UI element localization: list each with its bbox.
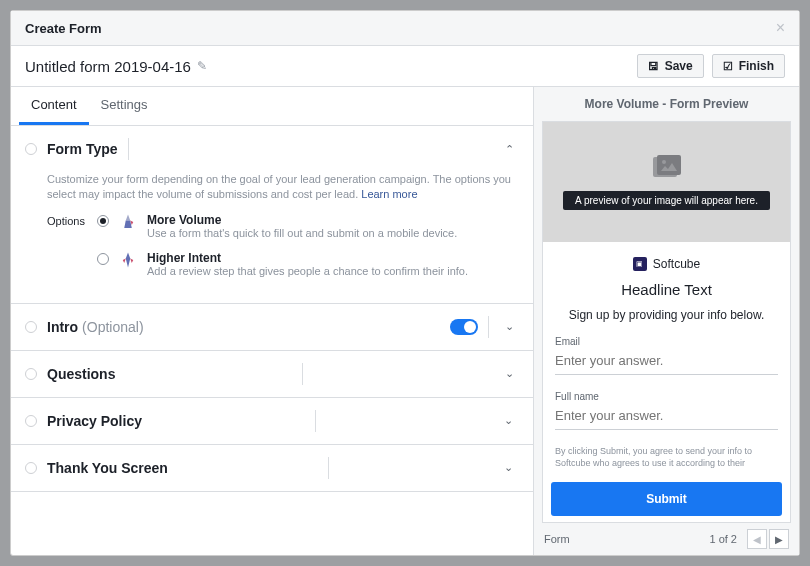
fullname-label: Full name — [555, 391, 778, 402]
email-field[interactable] — [555, 349, 778, 375]
chevron-down-icon[interactable]: ⌄ — [499, 414, 519, 427]
preview-subline: Sign up by providing your info below. — [555, 308, 778, 322]
brand-logo-icon: ▣ — [633, 257, 647, 271]
form-preview[interactable]: A preview of your image will appear here… — [542, 121, 791, 523]
tab-content[interactable]: Content — [19, 87, 89, 125]
pager-label: Form — [544, 533, 570, 545]
save-icon: 🖫 — [648, 60, 659, 72]
modal-title: Create Form — [25, 21, 102, 36]
section-questions: Questions ⌄ — [11, 351, 533, 398]
image-placeholder-icon — [653, 155, 681, 177]
preview-banner: A preview of your image will appear here… — [563, 191, 770, 210]
chevron-down-icon[interactable]: ⌄ — [499, 367, 519, 380]
higher-intent-icon — [119, 251, 137, 269]
fullname-field[interactable] — [555, 404, 778, 430]
modal-header: Create Form × — [11, 11, 799, 46]
section-radio — [25, 143, 37, 155]
section-radio — [25, 462, 37, 474]
tabs: Content Settings — [11, 87, 533, 126]
preview-title: More Volume - Form Preview — [534, 87, 799, 121]
toolbar: Untitled form 2019-04-16 ✎ 🖫 Save ☑ Fini… — [11, 46, 799, 87]
preview-hero: A preview of your image will appear here… — [543, 122, 790, 242]
section-head-intro[interactable]: Intro (Optional) ⌄ — [11, 304, 533, 350]
left-panel: Content Settings Form Type ⌃ Customize y… — [11, 87, 534, 555]
next-page-button[interactable]: ▶ — [769, 529, 789, 549]
finish-icon: ☑ — [723, 60, 733, 73]
pager: Form 1 of 2 ◀ ▶ — [534, 523, 799, 555]
section-thankyou: Thank You Screen ⌄ — [11, 445, 533, 492]
option-desc: Use a form that's quick to fill out and … — [147, 227, 457, 239]
save-button[interactable]: 🖫 Save — [637, 54, 704, 78]
finish-label: Finish — [739, 59, 774, 73]
section-title: Privacy Policy — [47, 413, 142, 429]
section-title: Thank You Screen — [47, 460, 168, 476]
optional-label: (Optional) — [82, 319, 143, 335]
form-type-desc: Customize your form depending on the goa… — [47, 172, 519, 213]
section-title: Intro — [47, 319, 78, 335]
option-higher-intent[interactable]: Higher Intent Add a review step that giv… — [97, 251, 519, 277]
section-privacy: Privacy Policy ⌄ — [11, 398, 533, 445]
section-form-type: Form Type ⌃ Customize your form dependin… — [11, 126, 533, 304]
svg-point-2 — [662, 160, 666, 164]
chevron-down-icon[interactable]: ⌄ — [499, 461, 519, 474]
form-name: Untitled form 2019-04-16 — [25, 58, 191, 75]
option-more-volume[interactable]: More Volume Use a form that's quick to f… — [97, 213, 519, 239]
section-title: Form Type — [47, 141, 118, 157]
section-title: Questions — [47, 366, 115, 382]
finish-button[interactable]: ☑ Finish — [712, 54, 785, 78]
chevron-up-icon[interactable]: ⌃ — [499, 143, 519, 156]
option-title: Higher Intent — [147, 251, 468, 265]
section-radio — [25, 321, 37, 333]
section-head-questions[interactable]: Questions ⌄ — [11, 351, 533, 397]
radio-icon — [97, 253, 109, 265]
submit-button[interactable]: Submit — [551, 482, 782, 516]
email-label: Email — [555, 336, 778, 347]
section-intro: Intro (Optional) ⌄ — [11, 304, 533, 351]
create-form-modal: Create Form × Untitled form 2019-04-16 ✎… — [10, 10, 800, 556]
save-label: Save — [665, 59, 693, 73]
section-head-form-type[interactable]: Form Type ⌃ — [11, 126, 533, 172]
section-radio — [25, 368, 37, 380]
pager-position: 1 of 2 — [709, 533, 737, 545]
option-desc: Add a review step that gives people a ch… — [147, 265, 468, 277]
more-volume-icon — [119, 213, 137, 231]
section-head-thankyou[interactable]: Thank You Screen ⌄ — [11, 445, 533, 491]
tab-settings[interactable]: Settings — [89, 87, 160, 125]
intro-toggle[interactable] — [450, 319, 478, 335]
learn-more-link[interactable]: Learn more — [361, 188, 417, 200]
consent-text: By clicking Submit, you agree to send yo… — [555, 446, 778, 469]
preview-headline: Headline Text — [555, 281, 778, 298]
radio-selected-icon — [97, 215, 109, 227]
section-head-privacy[interactable]: Privacy Policy ⌄ — [11, 398, 533, 444]
prev-page-button[interactable]: ◀ — [747, 529, 767, 549]
close-icon[interactable]: × — [776, 19, 785, 37]
option-title: More Volume — [147, 213, 457, 227]
brand-name: Softcube — [653, 257, 700, 271]
brand: ▣ Softcube — [633, 257, 700, 271]
section-radio — [25, 415, 37, 427]
edit-name-icon[interactable]: ✎ — [197, 59, 207, 73]
preview-panel: More Volume - Form Preview A preview of … — [534, 87, 799, 555]
options-label: Options — [47, 213, 97, 227]
chevron-down-icon[interactable]: ⌄ — [499, 320, 519, 333]
svg-rect-1 — [657, 155, 681, 175]
